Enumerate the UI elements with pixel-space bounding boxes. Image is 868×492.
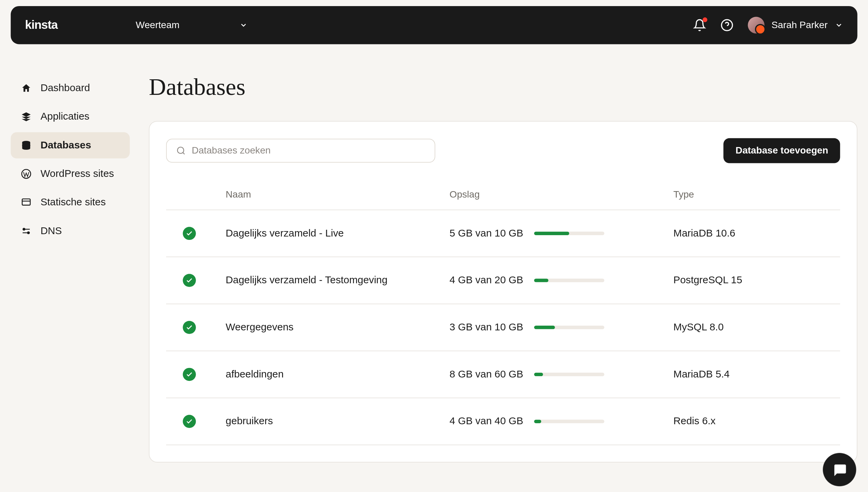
sidebar-item-dashboard[interactable]: Dashboard bbox=[11, 75, 130, 101]
site-selector-label: Weerteam bbox=[136, 20, 179, 30]
db-type: MariaDB 10.6 bbox=[673, 227, 840, 239]
user-menu[interactable]: Sarah Parker bbox=[748, 17, 843, 34]
table-row[interactable]: gebruikers4 GB van 40 GBRedis 6.x bbox=[166, 397, 840, 445]
table-header: Naam Opslag Type bbox=[166, 180, 840, 210]
status-ok-icon bbox=[183, 321, 196, 334]
col-name: Naam bbox=[226, 189, 450, 200]
db-name: gebruikers bbox=[226, 415, 450, 427]
home-icon bbox=[20, 83, 32, 94]
sidebar: DashboardApplicatiesDatabasesWordPress s… bbox=[11, 55, 130, 463]
databases-card: Database toevoegen Naam Opslag Type Dage… bbox=[149, 121, 857, 463]
chat-button[interactable] bbox=[823, 453, 856, 486]
user-name: Sarah Parker bbox=[771, 20, 828, 30]
chevron-down-icon bbox=[835, 21, 843, 29]
table-row[interactable]: afbeeldingen8 GB van 60 GBMariaDB 5.4 bbox=[166, 351, 840, 398]
site-selector[interactable]: Weerteam bbox=[136, 20, 247, 30]
db-name: afbeeldingen bbox=[226, 368, 450, 380]
topbar: kinsta Weerteam Sarah Parker bbox=[11, 6, 857, 44]
svg-point-11 bbox=[177, 147, 184, 153]
static-icon bbox=[20, 197, 32, 208]
table-row[interactable]: Dagelijks verzameld - Live5 GB van 10 GB… bbox=[166, 210, 840, 257]
db-storage: 8 GB van 60 GB bbox=[450, 368, 673, 380]
wordpress-icon bbox=[20, 168, 32, 179]
logo: kinsta bbox=[25, 19, 70, 32]
status-ok-icon bbox=[183, 415, 196, 428]
svg-point-10 bbox=[27, 232, 29, 233]
storage-text: 5 GB van 10 GB bbox=[450, 227, 526, 239]
db-storage: 4 GB van 20 GB bbox=[450, 274, 673, 286]
databases-table: Naam Opslag Type Dagelijks verzameld - L… bbox=[166, 180, 840, 445]
table-row[interactable]: Weergegevens3 GB van 10 GBMySQL 8.0 bbox=[166, 304, 840, 351]
storage-text: 4 GB van 40 GB bbox=[450, 415, 526, 427]
main: Databases Database toevoegen Naam Opslag… bbox=[149, 55, 857, 463]
svg-point-9 bbox=[23, 228, 25, 230]
db-storage: 5 GB van 10 GB bbox=[450, 227, 673, 239]
svg-text:kinsta: kinsta bbox=[25, 19, 58, 31]
help-button[interactable] bbox=[720, 19, 733, 32]
status-ok-icon bbox=[183, 227, 196, 240]
sidebar-item-label: WordPress sites bbox=[40, 168, 114, 180]
notifications-button[interactable] bbox=[693, 19, 706, 32]
page-title: Databases bbox=[149, 73, 857, 101]
db-type: Redis 6.x bbox=[673, 415, 840, 427]
notification-dot bbox=[703, 17, 707, 22]
svg-rect-5 bbox=[22, 199, 30, 205]
search-icon bbox=[176, 146, 186, 156]
avatar bbox=[748, 17, 764, 34]
sidebar-item-wordpress-sites[interactable]: WordPress sites bbox=[11, 161, 130, 187]
sidebar-item-databases[interactable]: Databases bbox=[11, 132, 130, 158]
layers-icon bbox=[20, 111, 32, 122]
storage-text: 4 GB van 20 GB bbox=[450, 274, 526, 286]
storage-progress bbox=[534, 279, 604, 282]
storage-progress bbox=[534, 419, 604, 423]
db-storage: 4 GB van 40 GB bbox=[450, 415, 673, 427]
col-type: Type bbox=[673, 189, 840, 200]
add-database-button[interactable]: Database toevoegen bbox=[724, 138, 840, 163]
sidebar-item-label: Statische sites bbox=[40, 197, 105, 208]
dns-icon bbox=[20, 226, 32, 237]
sidebar-item-statische-sites[interactable]: Statische sites bbox=[11, 189, 130, 216]
db-name: Weergegevens bbox=[226, 322, 450, 333]
svg-line-12 bbox=[183, 152, 184, 154]
database-icon bbox=[20, 140, 32, 151]
search-box[interactable] bbox=[166, 139, 435, 163]
sidebar-item-label: Applicaties bbox=[40, 111, 89, 123]
table-row[interactable]: Dagelijks verzameld - Testomgeving4 GB v… bbox=[166, 257, 840, 304]
sidebar-item-dns[interactable]: DNS bbox=[11, 218, 130, 244]
db-type: PostgreSQL 15 bbox=[673, 274, 840, 286]
status-ok-icon bbox=[183, 368, 196, 381]
chevron-down-icon bbox=[239, 21, 248, 29]
sidebar-item-label: DNS bbox=[40, 225, 62, 237]
sidebar-item-label: Dashboard bbox=[40, 82, 90, 94]
db-storage: 3 GB van 10 GB bbox=[450, 322, 673, 333]
db-type: MariaDB 5.4 bbox=[673, 368, 840, 380]
db-type: MySQL 8.0 bbox=[673, 322, 840, 333]
search-input[interactable] bbox=[192, 145, 425, 156]
sidebar-item-applicaties[interactable]: Applicaties bbox=[11, 104, 130, 130]
sidebar-item-label: Databases bbox=[40, 139, 91, 151]
storage-progress bbox=[534, 232, 604, 235]
status-ok-icon bbox=[183, 274, 196, 287]
col-storage: Opslag bbox=[450, 189, 673, 200]
db-name: Dagelijks verzameld - Testomgeving bbox=[226, 274, 450, 286]
storage-text: 8 GB van 60 GB bbox=[450, 368, 526, 380]
storage-progress bbox=[534, 326, 604, 329]
storage-progress bbox=[534, 373, 604, 376]
db-name: Dagelijks verzameld - Live bbox=[226, 227, 450, 239]
storage-text: 3 GB van 10 GB bbox=[450, 322, 526, 333]
